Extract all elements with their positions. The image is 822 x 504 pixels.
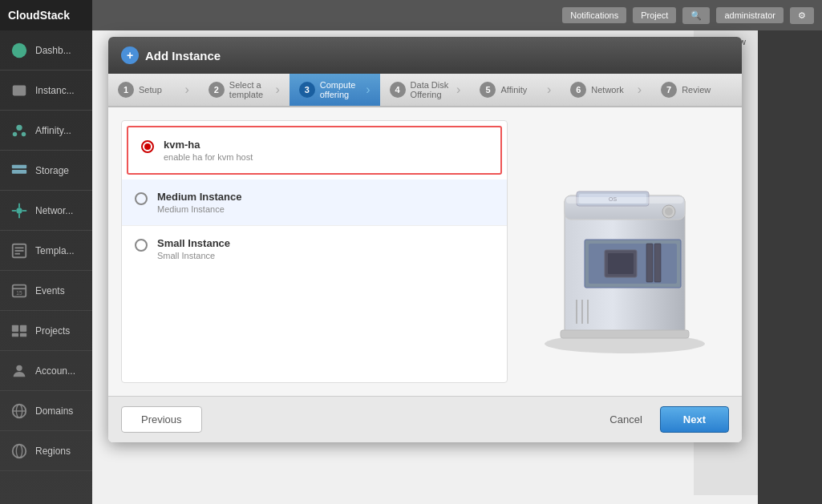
regions-icon xyxy=(8,440,30,462)
option-kvm-ha-name: kvm-ha xyxy=(164,139,253,151)
next-button[interactable]: Next xyxy=(660,406,729,433)
option-medium-name: Medium Instance xyxy=(157,191,241,203)
step-compute-offering[interactable]: 3 Compute offering › xyxy=(290,74,380,106)
option-kvm-ha[interactable]: kvm-ha enable ha for kvm host xyxy=(127,126,502,175)
sidebar-item-events[interactable]: 15 Events xyxy=(0,271,92,311)
option-small-text: Small Instance Small Instance xyxy=(157,237,230,260)
step-label-3: Compute offering xyxy=(320,80,362,99)
events-icon: 15 xyxy=(8,280,30,302)
steps-bar: 1 Setup › 2 Select a template › 3 Comput… xyxy=(108,74,742,107)
cancel-button[interactable]: Cancel xyxy=(600,407,651,432)
user-button[interactable]: administrator xyxy=(716,7,784,23)
settings-button[interactable]: ⚙ xyxy=(790,7,814,24)
svg-point-7 xyxy=(16,208,22,213)
radio-medium-instance[interactable] xyxy=(135,192,148,205)
svg-rect-46 xyxy=(561,330,689,338)
step-num-6: 6 xyxy=(570,82,586,98)
step-setup[interactable]: 1 Setup › xyxy=(108,74,199,106)
step-num-7: 7 xyxy=(661,82,677,98)
add-instance-modal: + Add Instance 1 Setup › 2 Select a temp… xyxy=(108,37,742,442)
sidebar-item-projects[interactable]: Projects xyxy=(0,311,92,351)
notifications-button[interactable]: Notifications xyxy=(562,7,626,23)
sidebar-item-storage[interactable]: Storage xyxy=(0,151,92,191)
computer-illustration: OS xyxy=(532,147,717,356)
step-label-5: Affinity xyxy=(500,85,527,95)
svg-rect-19 xyxy=(12,325,18,331)
step-select-template[interactable]: 2 Select a template › xyxy=(199,74,290,106)
option-small-desc: Small Instance xyxy=(157,251,230,260)
step-num-3: 3 xyxy=(299,82,315,98)
svg-rect-21 xyxy=(12,333,18,337)
step-label-6: Network xyxy=(591,85,623,95)
option-medium-text: Medium Instance Medium Instance xyxy=(157,191,241,214)
step-network[interactable]: 6 Network › xyxy=(561,74,651,106)
sidebar-item-affinity[interactable]: Affinity... xyxy=(0,111,92,151)
domains-icon xyxy=(8,400,30,422)
dashboard-icon xyxy=(8,39,30,62)
step-label-2: Select a template xyxy=(229,80,271,99)
modal-header-icon: + xyxy=(121,46,139,64)
sidebar: CloudStack Dashb... Instanc... Affinity.… xyxy=(0,0,92,504)
step-num-5: 5 xyxy=(480,82,496,98)
svg-point-42 xyxy=(665,208,673,216)
svg-point-23 xyxy=(16,365,22,370)
modal-title: Add Instance xyxy=(145,49,221,62)
svg-rect-47 xyxy=(566,197,683,204)
step-affinity[interactable]: 5 Affinity › xyxy=(470,74,561,106)
svg-rect-6 xyxy=(12,170,26,174)
sidebar-item-domains[interactable]: Domains xyxy=(0,391,92,431)
app-logo: CloudStack xyxy=(0,0,92,30)
svg-rect-15 xyxy=(15,252,20,254)
svg-point-2 xyxy=(16,124,22,130)
topbar: Notifications Project 🔍 administrator ⚙ xyxy=(92,0,822,30)
main-content: + Add Instance Quickview + + Add Instanc… xyxy=(92,30,758,504)
sidebar-item-templates[interactable]: Templa... xyxy=(0,231,92,271)
svg-point-4 xyxy=(22,131,26,136)
svg-rect-1 xyxy=(13,85,26,95)
storage-icon xyxy=(8,159,30,182)
svg-point-0 xyxy=(12,42,26,57)
sidebar-item-dashboard[interactable]: Dashb... xyxy=(0,30,92,71)
projects-icon xyxy=(8,320,30,342)
option-small-instance[interactable]: Small Instance Small Instance xyxy=(122,226,507,272)
sidebar-item-network[interactable]: Networ... xyxy=(0,191,92,231)
instances-icon xyxy=(8,79,30,102)
svg-point-27 xyxy=(13,444,26,458)
radio-kvm-ha[interactable] xyxy=(141,140,154,153)
affinity-icon xyxy=(8,119,30,142)
footer-right: Cancel Next xyxy=(600,406,729,433)
option-small-name: Small Instance xyxy=(157,237,230,249)
svg-rect-20 xyxy=(20,325,26,331)
step-num-4: 4 xyxy=(390,82,406,98)
svg-rect-40 xyxy=(654,244,661,282)
accounts-icon xyxy=(8,360,30,382)
search-button[interactable]: 🔍 xyxy=(682,7,710,24)
step-num-1: 1 xyxy=(118,82,134,98)
project-button[interactable]: Project xyxy=(633,7,676,23)
previous-button[interactable]: Previous xyxy=(121,406,202,433)
radio-small-instance[interactable] xyxy=(135,239,148,252)
step-label-4: Data Disk Offering xyxy=(411,80,452,99)
svg-point-28 xyxy=(16,444,22,458)
option-kvm-ha-text: kvm-ha enable ha for kvm host xyxy=(164,139,253,162)
sidebar-item-regions[interactable]: Regions xyxy=(0,431,92,471)
svg-text:15: 15 xyxy=(16,289,22,295)
modal-header: + Add Instance xyxy=(108,37,742,74)
svg-rect-39 xyxy=(646,244,653,282)
sidebar-item-accounts[interactable]: Accoun... xyxy=(0,351,92,391)
illustration-panel: OS xyxy=(520,120,729,383)
svg-rect-22 xyxy=(20,333,26,337)
modal-footer: Previous Cancel Next xyxy=(108,396,742,442)
svg-rect-13 xyxy=(15,247,24,248)
templates-icon xyxy=(8,240,30,262)
option-medium-desc: Medium Instance xyxy=(157,204,241,214)
sidebar-item-instances[interactable]: Instanc... xyxy=(0,71,92,111)
step-label-1: Setup xyxy=(139,85,162,95)
svg-rect-5 xyxy=(12,164,26,168)
option-medium-instance[interactable]: Medium Instance Medium Instance xyxy=(122,179,507,226)
step-data-disk[interactable]: 4 Data Disk Offering › xyxy=(380,74,471,106)
step-review[interactable]: 7 Review xyxy=(651,74,742,106)
modal-body: kvm-ha enable ha for kvm host Medium Ins… xyxy=(108,107,742,396)
option-kvm-ha-desc: enable ha for kvm host xyxy=(164,152,253,162)
step-num-2: 2 xyxy=(209,82,225,98)
